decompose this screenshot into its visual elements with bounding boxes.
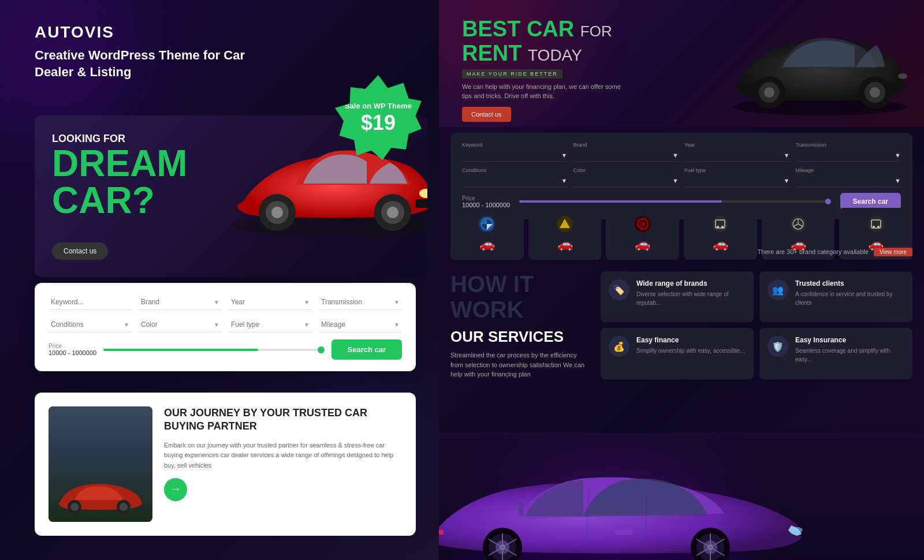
year-input[interactable] — [229, 294, 312, 310]
price-slider-fill — [103, 349, 258, 351]
brand-jeep1[interactable]: 🚗 — [684, 208, 757, 260]
form-row-2: ▼ ▼ ▼ ▼ — [49, 317, 402, 333]
view-more-button[interactable]: View more — [874, 248, 912, 256]
journey-car-image — [54, 470, 147, 516]
services-left: HOW IT WORK OUR SERVICES Streamlined the… — [450, 271, 589, 379]
brand-name: AUTOVIS — [35, 23, 254, 42]
svg-point-16 — [764, 87, 774, 98]
mileage-arrow-icon: ▼ — [394, 322, 400, 328]
journey-icon: → — [164, 478, 187, 501]
mercedes-symbol — [790, 216, 806, 232]
right-transmission-val[interactable]: ▼ — [796, 150, 901, 162]
transmission-arrow-icon: ▼ — [394, 299, 400, 305]
right-transmission-label: Transmission — [796, 142, 901, 148]
brands-icon: 🏷️ — [609, 279, 629, 300]
services-grid: 🏷️ Wide range of brands Diverse selectio… — [601, 271, 912, 379]
brand-field: ▼ — [139, 294, 222, 310]
right-keyword-val[interactable]: ▼ — [462, 150, 568, 162]
right-hero-text: BEST CAR FOR RENT TODAY MAKE YOUR RIDE B… — [462, 17, 624, 122]
right-brand-field: Brand ▼ — [573, 142, 679, 162]
service-trusted: 👥 Trusted clients A confidence in servic… — [759, 271, 912, 322]
fuel-field: ▼ — [229, 317, 312, 333]
right-hero: BEST CAR FOR RENT TODAY MAKE YOUR RIDE B… — [439, 0, 924, 127]
svg-point-12 — [120, 503, 128, 511]
mileage-field: ▼ — [319, 317, 402, 333]
right-slider-thumb[interactable] — [825, 199, 831, 204]
svg-rect-56 — [615, 530, 632, 535]
service-wide-brands: 🏷️ Wide range of brands Diverse selectio… — [601, 271, 754, 322]
right-fuel-label: Fuel type — [684, 167, 790, 173]
svg-point-3 — [271, 207, 283, 218]
how-it-work-text: HOW IT WORK — [450, 271, 589, 322]
price-label: Price 10000 - 1000000 — [49, 343, 96, 356]
left-panel: AUTOVIS Creative WordPress Theme for Car… — [0, 0, 439, 560]
right-contact-button[interactable]: Contact us — [462, 107, 511, 122]
price-values: 10000 - 1000000 — [49, 349, 96, 356]
service-desc-brands: Diverse selection with wide range of rep… — [636, 290, 746, 307]
right-conditions-val[interactable]: ▼ — [462, 175, 568, 187]
jeep2-symbol — [868, 216, 884, 232]
service-title-trusted: Trusted clients — [795, 279, 904, 288]
service-title-brands: Wide range of brands — [636, 279, 746, 288]
left-header: AUTOVIS Creative WordPress Theme for Car… — [35, 23, 254, 80]
right-price-slider[interactable] — [519, 200, 830, 203]
right-form-row-2: Conditions ▼ Color ▼ Fuel type ▼ Mileage… — [462, 167, 901, 187]
svg-point-26 — [717, 226, 719, 228]
svg-point-34 — [877, 226, 880, 228]
ferrari-car-icon: 🚗 — [557, 237, 573, 252]
services-desc: Streamlined the car process by the effic… — [450, 350, 589, 379]
brand-available-text: There are 30+ brand category available V… — [758, 248, 912, 255]
mileage-input[interactable] — [319, 317, 402, 333]
search-button[interactable]: Search car — [331, 339, 403, 360]
bmw-symbol — [479, 216, 495, 232]
year-arrow-icon: ▼ — [304, 299, 310, 305]
right-brand-val[interactable]: ▼ — [573, 150, 679, 162]
svg-rect-41 — [439, 530, 444, 535]
service-text-trusted: Trusted clients A confidence in service … — [795, 279, 904, 307]
hero-car: CAR? — [52, 182, 188, 219]
transmission-input[interactable] — [319, 294, 402, 310]
journey-content: OUR JOURNEY BY YOUR TRUSTED CAR BUYING P… — [164, 406, 402, 522]
right-year-field: Year ▼ — [684, 142, 790, 162]
journey-image — [49, 406, 152, 522]
color-field: ▼ — [139, 317, 222, 333]
svg-point-40 — [791, 527, 803, 533]
sale-badge-text: Sale on WP Theme — [345, 102, 412, 111]
svg-point-33 — [873, 226, 875, 228]
brand-hyundai[interactable]: H 🚗 — [606, 208, 679, 260]
right-mileage-field: Mileage ▼ — [796, 167, 901, 187]
price-slider[interactable] — [103, 349, 324, 351]
hero-dream: DREAM — [52, 145, 188, 182]
hero-contact-button[interactable]: Contact us — [52, 242, 108, 260]
keyword-input[interactable] — [49, 294, 132, 310]
right-keyword-field: Keyword. ▼ — [462, 142, 568, 162]
price-slider-thumb[interactable] — [318, 346, 325, 353]
keyword-field — [49, 294, 132, 310]
fuel-input[interactable] — [229, 317, 312, 333]
right-year-val[interactable]: ▼ — [684, 150, 790, 162]
color-input[interactable] — [139, 317, 222, 333]
svg-line-30 — [798, 224, 803, 227]
brand-input[interactable] — [139, 294, 222, 310]
right-conditions-field: Conditions ▼ — [462, 167, 568, 187]
right-color-label: Color — [573, 167, 679, 173]
arrow-icon: → — [170, 483, 181, 495]
brand-ferrari[interactable]: 🚗 — [528, 208, 602, 260]
svg-point-10 — [70, 503, 79, 511]
brand-bmw[interactable]: 🚗 — [450, 208, 524, 260]
right-fuel-val[interactable]: ▼ — [684, 175, 790, 187]
price-row: Price 10000 - 1000000 Search car — [49, 339, 402, 360]
service-desc-insurance: Seamless coverage and simplify with easy… — [795, 346, 904, 364]
services-section: HOW IT WORK OUR SERVICES Streamlined the… — [450, 271, 912, 379]
conditions-input[interactable] — [49, 317, 132, 333]
service-title-finance: Easy finance — [636, 336, 745, 344]
tagline: Creative WordPress Theme for Car Dealer … — [35, 47, 254, 80]
service-text-insurance: Easy Insurance Seamless coverage and sim… — [795, 336, 904, 364]
conditions-field: ▼ — [49, 317, 132, 333]
service-text-finance: Easy finance Simplify ownership with eas… — [636, 336, 745, 355]
right-color-val[interactable]: ▼ — [573, 175, 679, 187]
right-mileage-val[interactable]: ▼ — [796, 175, 901, 187]
conditions-arrow-icon: ▼ — [124, 322, 129, 328]
hero-text: LOOKING FOR DREAM CAR? — [52, 133, 188, 219]
fuel-arrow-icon: ▼ — [304, 322, 310, 328]
